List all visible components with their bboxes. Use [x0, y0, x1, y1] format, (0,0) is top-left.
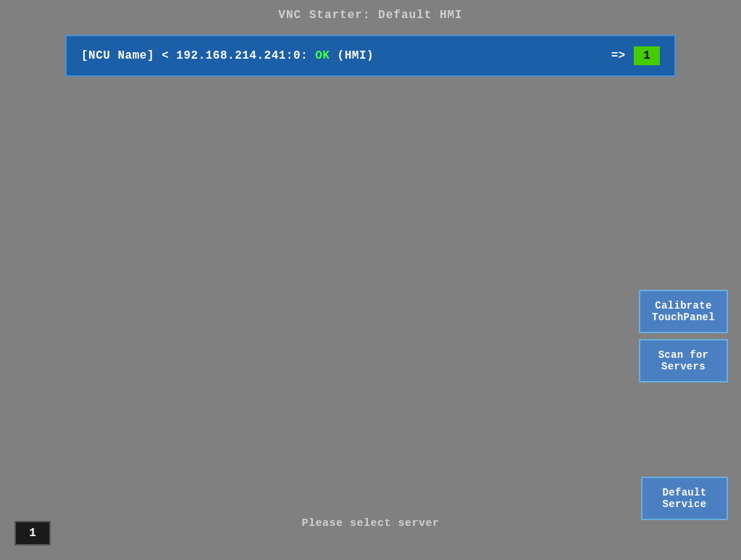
- bottom-number-badge: 1: [14, 521, 51, 546]
- app-title: VNC Starter: Default HMI: [0, 0, 741, 29]
- status-ok: OK: [315, 49, 330, 62]
- hmi-label-text: (HMI): [338, 49, 374, 62]
- calibrate-touchpanel-button[interactable]: CalibrateTouchPanel: [639, 290, 728, 333]
- arrow-label: =>: [611, 49, 625, 62]
- right-buttons-panel: CalibrateTouchPanel Scan forServers: [639, 290, 728, 383]
- status-message: Please select server: [0, 517, 741, 530]
- server-entry-row: [NCU Name] < 192.168.214.241:0: OK (HMI)…: [65, 35, 676, 77]
- server-number-badge: 1: [634, 46, 660, 65]
- server-entry-text: [NCU Name] < 192.168.214.241:0: OK (HMI): [81, 49, 374, 62]
- default-service-button[interactable]: DefaultService: [641, 477, 728, 520]
- server-entry-right: => 1: [611, 46, 660, 65]
- scan-for-servers-button[interactable]: Scan forServers: [639, 339, 728, 383]
- ncu-name-label: [NCU Name]: [81, 49, 154, 62]
- default-service-button-wrapper: DefaultService: [641, 477, 728, 520]
- server-address: 192.168.214.241:0:: [176, 49, 308, 62]
- separator: <: [162, 49, 176, 62]
